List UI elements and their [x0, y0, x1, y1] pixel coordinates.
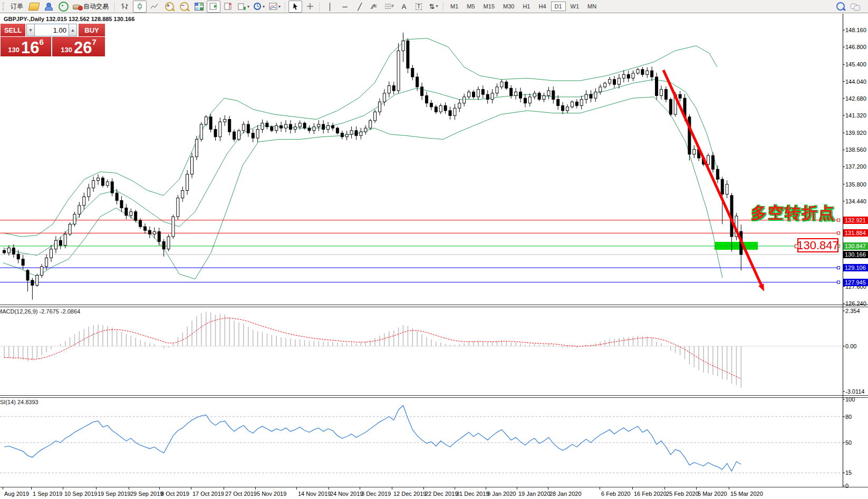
candlestick-mode-button[interactable] [133, 1, 147, 13]
price-axis-tick-label: 141.320 [845, 112, 866, 119]
order-book-button[interactable] [27, 1, 41, 13]
indicators-button[interactable]: ▾ [267, 1, 282, 13]
tab-timeframe-m15[interactable]: M15 [480, 2, 498, 11]
channel-tool[interactable]: ∕∕E [368, 1, 381, 13]
search-button[interactable] [834, 1, 847, 13]
tab-timeframe-d1[interactable]: D1 [551, 2, 566, 11]
chat-button[interactable] [848, 1, 862, 13]
date-label: Aug 2019 [4, 491, 29, 497]
buy-button[interactable]: BUY [79, 24, 105, 36]
text-label-tool[interactable]: T [412, 1, 426, 13]
rsi-axis-tick-label: 15 [845, 469, 852, 476]
macd-axis-tick-label: 0.00 [845, 343, 856, 349]
tab-timeframe-m5[interactable]: M5 [463, 2, 478, 11]
date-label: 28 Jan 2020 [549, 491, 582, 497]
tab-timeframe-h1[interactable]: H1 [519, 2, 534, 11]
volume-increase-button[interactable]: ▲ [69, 24, 77, 36]
date-tick [224, 487, 224, 490]
toolbar-grip [3, 2, 6, 11]
chevron-down-icon: ▾ [247, 4, 249, 9]
buy-price-sup: 7 [92, 37, 96, 46]
trend-arrow-line [663, 70, 761, 285]
book-icon [28, 3, 40, 11]
date-label: 27 Oct 2019 [225, 491, 257, 497]
tab-timeframe-m30[interactable]: M30 [499, 2, 518, 11]
text-label-icon: T [416, 3, 422, 10]
sell-price-sup: 6 [39, 37, 43, 46]
date-label: 17 Oct 2019 [192, 491, 224, 497]
date-label: 6 Feb 2020 [601, 491, 631, 497]
new-chart-button[interactable]: ▾ [236, 1, 251, 13]
price-line-badge: 130.166 [843, 251, 868, 258]
rsi-indicator-label: RSI(14) 24.8393 [0, 399, 38, 405]
rsi-axis-tick-label: 50 [845, 439, 852, 446]
panel-frame [0, 14, 868, 487]
date-tick [548, 487, 548, 490]
chart-annotation-text[interactable]: 多空转折点 [751, 202, 835, 224]
tab-timeframe-mn[interactable]: MN [584, 2, 600, 11]
price-axis-tick-label: 146.800 [845, 44, 866, 50]
bar-chart-mode-button[interactable] [118, 1, 132, 13]
date-tick [455, 487, 455, 490]
volume-decrease-button[interactable]: ▼ [26, 24, 35, 36]
one-click-trade-panel: SELL ▼ ▲ BUY 130 16 6 130 26 7 [1, 24, 105, 56]
fibonacci-tool[interactable]: F [382, 1, 396, 13]
horizontal-line-tool[interactable]: ─ [338, 1, 352, 13]
crosshair-icon [306, 3, 314, 11]
bollinger-bands [3, 38, 722, 279]
line-chart-mode-button[interactable] [148, 1, 161, 13]
sell-button[interactable]: SELL [1, 24, 25, 36]
text-tool[interactable]: A [397, 1, 411, 13]
periods-button[interactable]: ▾ [252, 1, 266, 13]
date-label: 25 Feb 2020 [666, 491, 699, 497]
bollinger-upper [3, 38, 717, 237]
new-order-button[interactable]: 订单 [8, 1, 26, 13]
chart-shift-button[interactable] [221, 1, 235, 13]
market-watch-button[interactable] [42, 1, 55, 13]
date-label: 5 Mar 2020 [698, 491, 727, 497]
date-tick [159, 487, 160, 490]
price-axis-tick-label: 138.560 [845, 146, 866, 153]
tile-windows-button[interactable] [192, 1, 206, 13]
cursor-tool-button[interactable] [288, 1, 302, 13]
toolbar-separator [320, 2, 321, 12]
signals-button[interactable] [56, 1, 70, 13]
chat-icon [851, 3, 860, 10]
price-line-badge: 132.921 [843, 217, 868, 224]
date-label: 24 Nov 2019 [330, 491, 363, 497]
date-label: 31 Dec 2019 [456, 491, 489, 497]
chevron-down-icon: ▾ [436, 4, 438, 8]
date-label: 22 Dec 2019 [425, 491, 458, 497]
date-tick [392, 487, 392, 490]
rsi-axis-tick-label: 80 [845, 414, 852, 420]
zoom-out-button[interactable]: − [177, 1, 191, 13]
tab-timeframe-w1[interactable]: W1 [567, 2, 583, 11]
price-axis-tick-label: 134.440 [845, 198, 866, 204]
date-label: 19 Jan 2020 [518, 491, 551, 497]
arrows-tool[interactable]: ⇅▾ [427, 1, 440, 13]
volume-input[interactable] [35, 24, 69, 36]
chart-canvas [0, 0, 868, 499]
bar-chart-icon [121, 3, 129, 10]
price-level-label[interactable]: 130.847 [797, 238, 838, 252]
sell-price-small: 130 [8, 46, 20, 54]
zoom-in-button[interactable]: + [162, 1, 176, 13]
tab-timeframe-h4[interactable]: H4 [535, 2, 549, 11]
price-axis-tick-label: 144.040 [845, 79, 866, 85]
rsi-axis-tick-label: 0 [845, 483, 848, 489]
arrows-icon: ⇅ [429, 3, 435, 10]
price-axis-tick-label: 142.680 [845, 95, 866, 102]
bollinger-lower [3, 97, 722, 279]
fibonacci-icon [384, 3, 392, 9]
sell-price-display[interactable]: 130 16 6 [1, 37, 51, 56]
broadcast-icon [59, 2, 69, 12]
date-label: 8 Oct 2019 [161, 491, 189, 497]
vertical-line-tool[interactable]: │ [323, 1, 337, 13]
clock-icon [254, 3, 262, 11]
autotrade-button[interactable]: 自动交易 [71, 1, 112, 13]
trendline-tool[interactable]: ╱ [353, 1, 367, 13]
auto-scroll-button[interactable] [207, 1, 220, 13]
tab-timeframe-m1[interactable]: M1 [447, 2, 462, 11]
crosshair-tool-button[interactable] [303, 1, 317, 13]
buy-price-display[interactable]: 130 26 7 [52, 37, 105, 56]
